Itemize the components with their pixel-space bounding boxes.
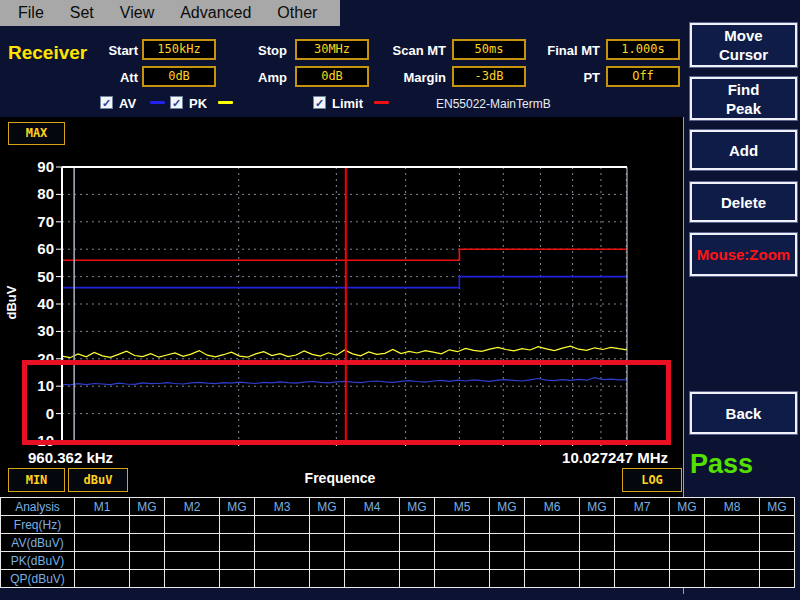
table-header-cell: M2 — [165, 498, 220, 516]
start-field[interactable]: 150kHz — [142, 39, 216, 60]
y-tick-label: 0 — [46, 405, 54, 422]
amp-field[interactable]: 0dB — [295, 66, 369, 87]
av-color-swatch — [150, 101, 165, 104]
table-cell — [165, 516, 220, 534]
table-header-cell: M5 — [435, 498, 490, 516]
start-label: Start — [76, 43, 138, 58]
av_trace — [62, 378, 627, 385]
menu-other[interactable]: Other — [277, 4, 317, 22]
table-header-cell: MG — [310, 498, 345, 516]
delete-button[interactable]: Delete — [690, 182, 797, 222]
add-button[interactable]: Add — [690, 130, 797, 170]
table-cell — [670, 570, 705, 588]
table-header-analysis: Analysis — [1, 498, 75, 516]
limit-color-swatch — [374, 101, 389, 104]
table-cell — [615, 570, 670, 588]
pk-checkbox[interactable]: ✓ — [170, 96, 183, 109]
pk-color-swatch — [218, 101, 233, 104]
table-header-cell: MG — [670, 498, 705, 516]
table-header-cell: MG — [580, 498, 615, 516]
table-cell — [615, 534, 670, 552]
table-cell — [435, 534, 490, 552]
pt-label: PT — [532, 70, 600, 85]
att-label: Att — [76, 70, 138, 85]
mouse-zoom-button-label: Mouse:Zoom — [697, 246, 790, 263]
table-header-cell: MG — [130, 498, 165, 516]
table-cell — [345, 516, 400, 534]
table-cell — [670, 516, 705, 534]
min-button[interactable]: MIN — [8, 468, 65, 492]
table-header-cell: M4 — [345, 498, 400, 516]
table-row: AV(dBuV) — [1, 534, 795, 552]
limit-checkbox[interactable]: ✓ — [313, 96, 326, 109]
table-header-cell: MG — [220, 498, 255, 516]
att-field[interactable]: 0dB — [142, 66, 216, 87]
table-cell — [490, 516, 525, 534]
table-cell — [760, 516, 795, 534]
y-tick-label: 30 — [37, 322, 54, 339]
back-button[interactable]: Back — [690, 392, 797, 434]
table-cell — [130, 534, 165, 552]
scan-mt-label: Scan MT — [378, 43, 446, 58]
final-mt-label: Final MT — [532, 43, 600, 58]
table-cell — [525, 570, 580, 588]
table-cell — [435, 570, 490, 588]
y-tick-label: 20 — [37, 350, 54, 367]
menu-set[interactable]: Set — [70, 4, 94, 22]
table-row-label: AV(dBuV) — [1, 534, 75, 552]
scan-mt-field[interactable]: 50ms — [452, 39, 526, 60]
status-badge: Pass — [690, 449, 753, 480]
table-cell — [670, 552, 705, 570]
table-header-cell: M1 — [75, 498, 130, 516]
table-cell — [130, 552, 165, 570]
table-cell — [760, 570, 795, 588]
log-scale-button[interactable]: LOG — [622, 468, 682, 492]
table-cell — [435, 552, 490, 570]
stop-field[interactable]: 30MHz — [295, 39, 369, 60]
pt-field[interactable]: Off — [606, 66, 680, 87]
table-cell — [165, 570, 220, 588]
table-cell — [705, 534, 760, 552]
final-mt-field[interactable]: 1.000s — [606, 39, 680, 60]
table-cell — [165, 534, 220, 552]
move-cursor-button-label: Move Cursor — [692, 26, 795, 64]
unit-button[interactable]: dBuV — [68, 468, 128, 492]
table-cell — [255, 570, 310, 588]
menu-file[interactable]: File — [18, 4, 44, 22]
table-cell — [345, 552, 400, 570]
table-cell — [400, 552, 435, 570]
start-frequency-readout: 960.362 kHz — [28, 449, 113, 466]
margin-field[interactable]: -3dB — [452, 66, 526, 87]
av-checkbox[interactable]: ✓ — [100, 96, 113, 109]
move-cursor-button[interactable]: Move Cursor — [690, 23, 797, 67]
table-cell — [255, 534, 310, 552]
table-cell — [130, 516, 165, 534]
chart-plot[interactable]: 9080706050403020100-10 — [0, 117, 683, 497]
table-cell — [760, 534, 795, 552]
table-cell — [490, 570, 525, 588]
menu-view[interactable]: View — [120, 4, 154, 22]
add-button-label: Add — [729, 142, 758, 159]
menu-advanced[interactable]: Advanced — [180, 4, 251, 22]
table-header-cell: M6 — [525, 498, 580, 516]
table-header-cell: M3 — [255, 498, 310, 516]
table-cell — [525, 534, 580, 552]
table-cell — [75, 552, 130, 570]
table-row: PK(dBuV) — [1, 552, 795, 570]
find-peak-button[interactable]: Find Peak — [690, 77, 797, 120]
table-cell — [220, 552, 255, 570]
margin-label: Margin — [378, 70, 446, 85]
av-checkbox-label: AV — [119, 96, 136, 111]
table-cell — [525, 552, 580, 570]
table-row-label: QP(dBuV) — [1, 570, 75, 588]
table-cell — [580, 552, 615, 570]
table-cell — [670, 534, 705, 552]
table-row: Freq(Hz) — [1, 516, 795, 534]
table-cell — [400, 534, 435, 552]
mouse-zoom-button[interactable]: Mouse:Zoom — [690, 233, 797, 276]
x-axis-title: Frequence — [240, 470, 440, 486]
pk-checkbox-label: PK — [189, 96, 207, 111]
table-cell — [165, 552, 220, 570]
y-tick-label: -10 — [32, 432, 54, 449]
table-cell — [345, 570, 400, 588]
